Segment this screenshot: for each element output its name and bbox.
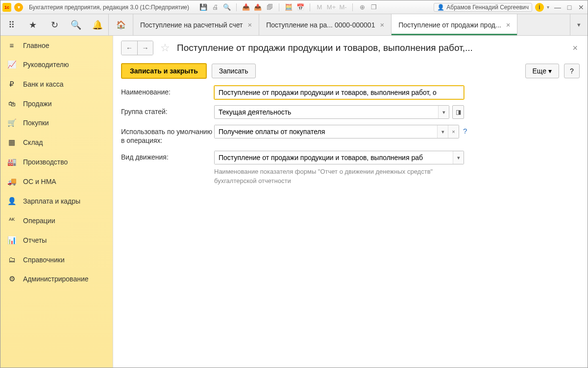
default-input[interactable] xyxy=(215,125,437,138)
window-title: Бухгалтерия предприятия, редакция 3.0 (1… xyxy=(29,4,189,11)
favorites-star-icon[interactable]: ★ xyxy=(22,14,44,35)
label-name: Наименование: xyxy=(121,86,214,96)
page-header: ← → ☆ Поступление от продажи продукции и… xyxy=(113,36,588,59)
sidebar-item-label: Отчеты xyxy=(23,236,47,244)
sidebar-item-purchases[interactable]: 🛒Покупки xyxy=(0,113,113,133)
sidebar-item-label: Справочники xyxy=(23,256,65,264)
top-navigation: ⠿ ★ ↻ 🔍 🔔 🏠 Поступление на расчетный сче… xyxy=(0,14,588,36)
sidebar-item-operations[interactable]: ᴬᴷОперации xyxy=(0,211,113,230)
tab-close-icon[interactable]: × xyxy=(380,21,384,29)
sidebar-item-warehouse[interactable]: ▦Склад xyxy=(0,133,113,152)
tab-bar: Поступление на расчетный счет × Поступле… xyxy=(133,14,570,35)
sidebar-item-hr[interactable]: 👤Зарплата и кадры xyxy=(0,191,113,211)
memory-m-icon[interactable]: M xyxy=(315,3,324,11)
print-icon[interactable]: 🖨 xyxy=(211,3,220,11)
person-icon: 👤 xyxy=(7,197,16,206)
flow-input[interactable] xyxy=(215,151,453,164)
save-button[interactable]: Записать xyxy=(212,64,256,78)
favorite-star-icon[interactable]: ☆ xyxy=(160,42,170,54)
folder-icon: 🗂 xyxy=(7,255,16,264)
bag-icon: 🛍 xyxy=(7,99,16,108)
back-button[interactable]: ← xyxy=(122,41,137,55)
save-icon[interactable]: 💾 xyxy=(199,3,208,11)
user-name: Абрамов Геннадий Сергеевич xyxy=(446,4,529,11)
sidebar-item-production[interactable]: 🏭Производство xyxy=(0,152,113,172)
user-icon: 👤 xyxy=(437,4,444,11)
help-button[interactable]: ? xyxy=(564,64,580,78)
save-and-close-button[interactable]: Записать и закрыть xyxy=(121,63,207,79)
close-window-button[interactable]: ✕ xyxy=(577,3,586,11)
name-input[interactable] xyxy=(215,86,464,99)
minimize-button[interactable]: — xyxy=(553,3,562,11)
calendar-icon[interactable]: 📅 xyxy=(296,3,305,11)
sidebar-item-main[interactable]: ≡Главное xyxy=(0,36,113,55)
label-group: Группа статей: xyxy=(121,105,214,115)
info-icon[interactable]: i xyxy=(535,3,544,12)
tab-overflow-button[interactable]: ▾ xyxy=(570,14,588,35)
notifications-bell-icon[interactable]: 🔔 xyxy=(87,14,108,35)
chevron-down-icon: ▾ xyxy=(548,67,552,75)
dropdown-icon[interactable]: ▾ xyxy=(453,151,464,164)
form: Наименование: Группа статей: ▾ ◨ xyxy=(113,86,588,191)
history-icon[interactable]: ↻ xyxy=(44,14,65,35)
sidebar-item-bank[interactable]: ₽Банк и касса xyxy=(0,74,113,94)
more-button[interactable]: Еще▾ xyxy=(525,64,560,78)
memory-mminus-icon[interactable]: M- xyxy=(339,3,347,11)
nav-back-forward: ← → xyxy=(121,41,153,55)
label-default: Использовать по умолчанию в операциях: xyxy=(121,125,214,145)
sidebar-item-label: ОС и НМА xyxy=(23,178,56,185)
tab-item-active[interactable]: Поступление от продажи прод... × xyxy=(392,14,517,35)
maximize-button[interactable]: □ xyxy=(565,3,574,11)
ledger-icon: ᴬᴷ xyxy=(7,216,16,225)
zoom-icon[interactable]: ⊕ xyxy=(358,3,367,11)
tab-close-icon[interactable]: × xyxy=(247,21,252,29)
tab-item[interactable]: Поступление на ра... 0000-000001 × xyxy=(259,14,392,35)
sidebar-item-label: Склад xyxy=(23,138,43,146)
name-input-wrap xyxy=(214,86,464,99)
sidebar-item-references[interactable]: 🗂Справочники xyxy=(0,250,113,269)
sidebar-item-label: Покупки xyxy=(23,119,49,127)
page-title: Поступление от продажи продукции и товар… xyxy=(177,43,566,53)
clear-icon[interactable]: × xyxy=(448,125,459,138)
apps-grid-icon[interactable]: ⠿ xyxy=(0,14,22,35)
page-close-button[interactable]: × xyxy=(570,43,580,53)
clipboard-out-icon[interactable]: 📤 xyxy=(253,3,262,11)
group-input[interactable] xyxy=(215,106,438,118)
open-dialog-button[interactable]: ◨ xyxy=(452,105,464,119)
dropdown-icon[interactable]: ▾ xyxy=(438,106,449,118)
clipboard-in-icon[interactable]: 📥 xyxy=(242,3,250,11)
sidebar-item-manager[interactable]: 📈Руководителю xyxy=(0,55,113,74)
tab-label: Поступление на расчетный счет xyxy=(140,21,243,29)
preview-icon[interactable]: 🔍 xyxy=(222,3,231,11)
dropdown-icon[interactable]: ▾ xyxy=(437,125,448,138)
truck-icon: 🚚 xyxy=(7,177,16,186)
tab-item[interactable]: Поступление на расчетный счет × xyxy=(133,14,259,35)
search-icon[interactable]: 🔍 xyxy=(65,14,87,35)
sidebar-item-label: Банк и касса xyxy=(23,80,63,88)
app-menu-dropdown[interactable]: ▾ xyxy=(14,3,23,12)
current-user[interactable]: 👤 Абрамов Геннадий Сергеевич xyxy=(434,3,532,12)
calculator-icon[interactable]: 🧮 xyxy=(284,3,293,11)
forward-button[interactable]: → xyxy=(137,41,153,55)
barchart-icon: 📊 xyxy=(7,236,16,245)
sidebar-item-reports[interactable]: 📊Отчеты xyxy=(0,230,113,250)
tab-close-icon[interactable]: × xyxy=(506,21,511,29)
sidebar-item-label: Операции xyxy=(23,217,55,225)
memory-mplus-icon[interactable]: M+ xyxy=(327,3,336,11)
group-input-wrap: ▾ xyxy=(214,105,449,119)
sidebar-item-assets[interactable]: 🚚ОС и НМА xyxy=(0,172,113,191)
sidebar-item-label: Руководителю xyxy=(23,61,69,69)
cart-icon: 🛒 xyxy=(7,118,16,127)
gear-icon: ⚙ xyxy=(7,275,16,283)
info-dropdown[interactable]: ▾ xyxy=(547,4,549,10)
compare-icon[interactable]: 🗐 xyxy=(265,3,274,11)
window-titlebar: 1c ▾ Бухгалтерия предприятия, редакция 3… xyxy=(0,0,588,14)
field-help-icon[interactable]: ? xyxy=(463,125,467,135)
windows-icon[interactable]: ❐ xyxy=(369,3,378,11)
sidebar-item-sales[interactable]: 🛍Продажи xyxy=(0,94,113,113)
label-flow: Вид движения: xyxy=(121,151,214,161)
sidebar: ≡Главное 📈Руководителю ₽Банк и касса 🛍Пр… xyxy=(0,36,113,368)
ruble-icon: ₽ xyxy=(7,80,16,89)
home-button[interactable]: 🏠 xyxy=(109,14,133,35)
sidebar-item-admin[interactable]: ⚙Администрирование xyxy=(0,269,113,289)
